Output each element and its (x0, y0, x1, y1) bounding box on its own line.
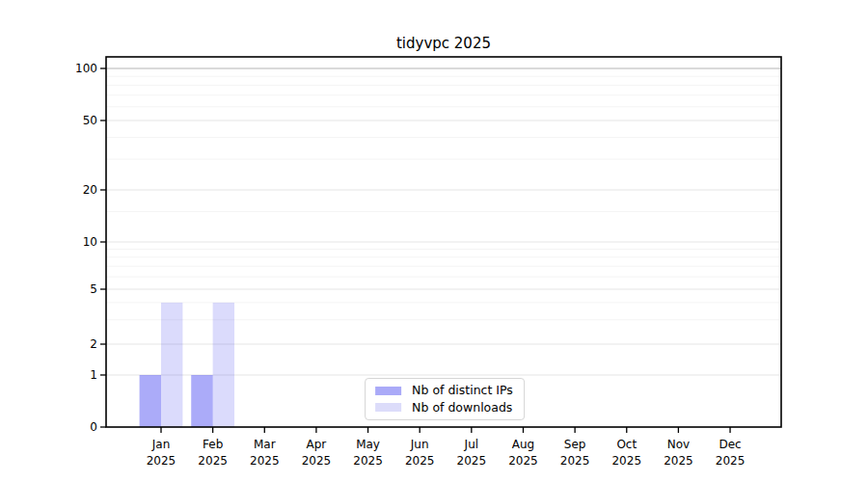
x-tick-label-year: 2025 (147, 454, 176, 468)
legend-swatch-downloads (375, 403, 401, 412)
x-tick-label-year: 2025 (198, 454, 228, 468)
x-tick-label-month: Nov (667, 438, 690, 451)
legend-item-downloads: Nb of downloads (375, 402, 513, 415)
x-tick-label-month: Jan (151, 438, 171, 451)
x-tick-label-year: 2025 (508, 454, 538, 468)
x-tick-label-month: Dec (719, 438, 741, 451)
legend-label-downloads: Nb of downloads (412, 402, 512, 415)
bar-downloads (161, 303, 182, 427)
x-tick-label-year: 2025 (611, 454, 641, 468)
x-tick-label-year: 2025 (353, 454, 383, 468)
x-tick-label-month: Jul (464, 438, 478, 451)
bar-distinct-ips (191, 375, 212, 427)
x-tick-label-year: 2025 (457, 454, 487, 468)
bar-downloads (213, 303, 234, 427)
x-tick-label-year: 2025 (664, 454, 693, 468)
x-tick-label-month: Jun (410, 438, 429, 451)
chart-title: tidyvpc 2025 (106, 35, 781, 52)
bar-distinct-ips (140, 375, 161, 427)
x-tick-label-year: 2025 (250, 454, 280, 468)
x-tick-label-month: Aug (512, 438, 534, 451)
y-tick-label: 1 (90, 368, 97, 382)
x-tick-label-month: Feb (203, 438, 223, 451)
legend-swatch-distinct-ips (375, 387, 401, 395)
y-tick-label: 2 (90, 337, 97, 351)
legend-item-distinct-ips: Nb of distinct IPs (375, 385, 513, 397)
y-tick-label: 20 (83, 183, 97, 197)
x-tick-label-year: 2025 (560, 454, 590, 468)
x-tick-label-year: 2025 (405, 454, 435, 468)
y-tick-label: 0 (90, 420, 97, 434)
legend: Nb of distinct IPs Nb of downloads (365, 378, 525, 420)
x-tick-label-month: Oct (616, 438, 637, 451)
y-tick-label: 10 (83, 235, 97, 249)
y-tick-label: 50 (83, 114, 97, 127)
x-tick-label-month: May (356, 438, 380, 451)
x-tick-label-month: Sep (564, 438, 586, 451)
x-tick-label-month: Mar (254, 438, 276, 451)
y-tick-label: 100 (75, 62, 97, 75)
y-tick-label: 5 (90, 282, 97, 296)
x-tick-label-month: Apr (307, 438, 327, 451)
chart: tidyvpc 2025 0125102050100Jan2025Feb2025… (0, 0, 868, 482)
legend-label-distinct-ips: Nb of distinct IPs (412, 385, 513, 397)
x-tick-label-year: 2025 (716, 454, 746, 468)
x-tick-label-year: 2025 (302, 454, 332, 468)
